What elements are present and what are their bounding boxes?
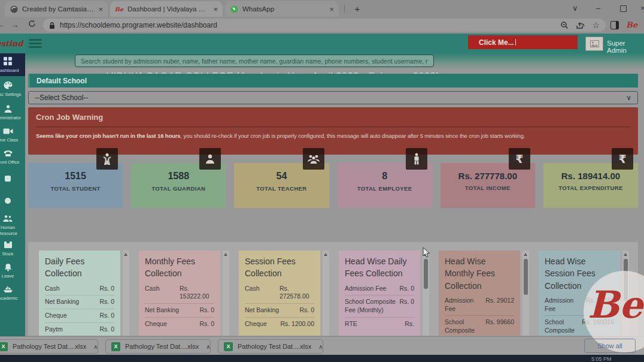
cron-warning-title: Cron Job Warning [36, 113, 630, 122]
fee-widget-session: Session Fees Collection CashRs. 272578.0… [239, 251, 329, 336]
stat-card-expenditure: ₹ Rs. 189414.00 TOTAL EXPENDITURE [543, 163, 638, 208]
download-item[interactable]: X Pathology Test Dat....xlsx ∧ [0, 339, 98, 354]
stat-card-guardian: 1588 TOTAL GUARDIAN [131, 163, 226, 208]
side-panel-icon[interactable] [610, 21, 619, 29]
fee-row-label: School Composite Fee (Monthly) [545, 318, 578, 336]
fee-widget-daily: Daily Fees Collection CashRs. 0 Net Bank… [39, 251, 129, 336]
click-me-button[interactable]: Click Me... [468, 35, 578, 49]
avatar[interactable] [585, 37, 603, 51]
new-tab-button[interactable]: + [351, 2, 364, 16]
fee-row-label: Net Banking [245, 306, 296, 315]
stat-label: TOTAL INCOME [441, 185, 535, 191]
fee-row-label: Admission Fee [345, 285, 396, 293]
url-field[interactable]: https://schooldemo.programer.website/das… [43, 19, 606, 32]
click-me-label: Click Me... [479, 38, 514, 47]
browser-address-bar: ← → https://schooldemo.programer.website… [0, 17, 644, 34]
sidebar-item-stock[interactable]: Stock [0, 237, 25, 260]
bell-icon [4, 262, 12, 272]
share-icon[interactable] [576, 21, 585, 29]
hamburger-menu-icon[interactable] [29, 39, 42, 48]
sidebar-item-label: Stock [0, 251, 24, 257]
fee-row-value: Rs. 0 [199, 320, 214, 328]
sidebar-item-leave[interactable]: Leave [0, 260, 25, 282]
sidebar-item-academic[interactable]: Academic [0, 282, 25, 304]
fee-row-value: Rs. 1200.00 [280, 320, 314, 328]
stat-value: Rs. 189414.00 [543, 171, 638, 181]
school-select-value: --Select School-- [35, 93, 88, 102]
close-window-button[interactable]: × [640, 4, 644, 13]
camtasia-icon [10, 5, 18, 13]
fee-row-value: Rs. 0 [399, 285, 414, 293]
be-extension-button[interactable]: Be [626, 20, 637, 29]
stat-label: TOTAL EXPENDITURE [543, 185, 638, 191]
forward-icon[interactable]: → [11, 20, 19, 29]
reload-icon[interactable] [28, 19, 37, 28]
tab-whatsapp[interactable]: WhatsApp × [225, 1, 339, 17]
tab-search-chevron-icon[interactable]: ∨ [572, 4, 578, 13]
sidebar-item-live-class[interactable]: Live Class [0, 123, 25, 146]
sidebar-item-front-office[interactable]: Front Office [0, 146, 25, 168]
caret-up-icon[interactable]: ∧ [93, 343, 98, 350]
scrollbar[interactable] [223, 251, 229, 336]
sidebar-item-unlabeled[interactable] [0, 190, 25, 212]
sidebar-item-unlabeled[interactable] [0, 168, 25, 190]
url-text: https://schooldemo.programer.website/das… [60, 21, 217, 29]
student-search-input[interactable] [75, 55, 434, 67]
guardian-icon [199, 148, 221, 170]
mouse-cursor [423, 247, 430, 258]
rupee-icon: ₹ [509, 148, 530, 170]
download-file-name: Pathology Test Dat....xlsx [238, 343, 311, 350]
close-icon[interactable]: × [98, 5, 103, 13]
fee-row-label: Net Banking [45, 298, 96, 306]
show-all-button[interactable]: Show all [584, 339, 636, 353]
user-name[interactable]: Super Admin [607, 40, 644, 54]
scrollbar[interactable] [523, 251, 529, 336]
maximize-button[interactable] [620, 5, 627, 12]
download-item[interactable]: X Pathology Test Dat....xlsx ∧ [218, 339, 323, 354]
sidebar-item-human-resource[interactable]: Human Resource [0, 212, 25, 237]
download-item[interactable]: X Pathology Test Dat....xlsx ∧ [105, 339, 211, 354]
default-school-label: Default School [37, 77, 87, 85]
sidebar-item-administrator[interactable]: Administrator [0, 101, 25, 123]
stat-value: 1515 [28, 171, 123, 182]
excel-file-icon: X [111, 342, 120, 351]
close-icon[interactable]: × [213, 5, 218, 13]
fee-row-value: Rs. 99660 [485, 318, 514, 336]
caret-up-icon[interactable]: ∧ [206, 343, 210, 350]
sidebar-item-label: Dashboard [0, 68, 24, 73]
sidebar-item-label: Misc Settings [0, 92, 24, 97]
palette-icon [3, 80, 13, 90]
bookmark-star-icon[interactable]: ☆ [592, 21, 600, 29]
fee-row-label: Admission Fee [445, 297, 482, 313]
tab-dashboard[interactable]: Be Dashboard | Vidyalaya Prabandh × [110, 1, 223, 17]
stat-label: TOTAL TEACHER [234, 185, 329, 192]
download-bar: X Pathology Test Dat....xlsx ∧ X Patholo… [0, 336, 644, 355]
sidebar: testind Dashboard Misc Settings Administ… [0, 34, 25, 355]
stat-card-student: 1515 TOTAL STUDENT [28, 163, 123, 208]
sidebar-item-dashboard[interactable]: Dashboard [0, 53, 25, 76]
tab-camtasia[interactable]: Created by Camtasia 2021 × [5, 1, 108, 17]
fees-panel: Daily Fees Collection CashRs. 0 Net Bank… [28, 242, 638, 336]
scrollbar[interactable] [123, 251, 129, 336]
fee-row-label: Cash [245, 285, 276, 301]
back-icon[interactable]: ← [0, 20, 5, 29]
tab-title: Created by Camtasia 2021 [22, 5, 95, 13]
close-icon[interactable]: × [329, 5, 334, 13]
caret-up-icon[interactable]: ∧ [318, 343, 323, 350]
people-icon [2, 213, 13, 224]
fee-card: Head Wise Daily Fees Collection Admissio… [339, 251, 420, 336]
sidebar-item-misc-settings[interactable]: Misc Settings [0, 76, 25, 101]
fee-row-value: Rs. 0 [99, 325, 114, 334]
minimize-button[interactable]: – [596, 4, 600, 13]
fee-row-value: Rs. 0 [299, 306, 314, 315]
scrollbar[interactable] [323, 251, 329, 336]
fee-row-value: Rs. [405, 320, 414, 328]
stat-value: Rs. 277778.00 [441, 171, 535, 181]
zoom-search-icon[interactable] [560, 21, 569, 29]
fee-row-label: Cheque [45, 312, 96, 320]
school-select[interactable]: --Select School-- ∨ [28, 91, 638, 104]
fee-card: Session Fees Collection CashRs. 272578.0… [239, 251, 320, 336]
scrollbar[interactable] [423, 251, 429, 336]
fee-row-label: Paytm [45, 325, 96, 334]
fee-card-title: Session Fees Collection [245, 255, 314, 280]
